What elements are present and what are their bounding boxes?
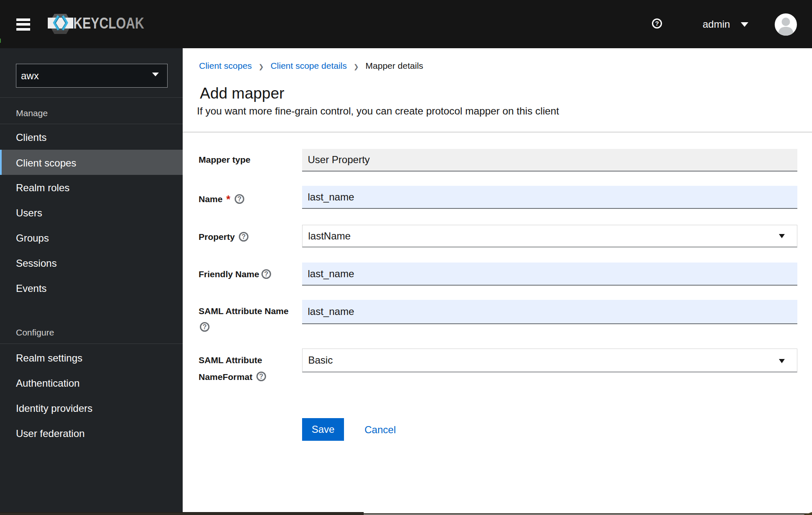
svg-text:KEYCLOAK: KEYCLOAK <box>73 15 144 32</box>
